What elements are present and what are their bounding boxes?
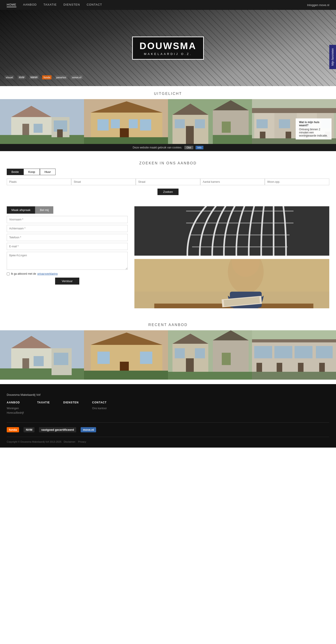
- svg-rect-14: [140, 119, 151, 130]
- footer-logos: funda NVM vastgoed gecertificeerd move.n…: [7, 422, 329, 432]
- recent-image-4[interactable]: [252, 330, 336, 380]
- footer-link-horeca[interactable]: Horeca/Bedrijf: [7, 411, 24, 414]
- footer-col-diensten: DIENSTEN: [63, 401, 79, 416]
- submit-button[interactable]: Verstuur: [55, 278, 79, 284]
- search-title: ZOEKEN IN ONS AANBOD: [7, 156, 329, 168]
- partner-pararius: pararius: [55, 75, 67, 80]
- privacy-checkbox[interactable]: [7, 272, 10, 275]
- search-tab-koop[interactable]: Koop: [23, 168, 40, 175]
- search-straat-1[interactable]: [71, 178, 136, 185]
- footer-copyright: Copyright © Douwsma Makelaardij Vof 2013…: [7, 440, 61, 443]
- svg-rect-90: [295, 346, 313, 358]
- search-plaats[interactable]: [7, 178, 71, 185]
- search-tab-huur[interactable]: Huur: [40, 168, 55, 175]
- search-button[interactable]: Zoeken: [157, 188, 178, 195]
- svg-rect-79: [175, 348, 185, 358]
- contact-form-side: Maak afspraak Bel mij Ik ga akkoord met …: [7, 206, 128, 284]
- svg-rect-96: [252, 372, 336, 380]
- svg-rect-17: [84, 137, 168, 144]
- recent-photo-1: [0, 330, 84, 380]
- logo-main: DOUWSMA: [140, 40, 196, 51]
- svg-rect-72: [97, 352, 110, 364]
- svg-rect-21: [186, 126, 194, 144]
- footer-col-taxatie: TAXATIE: [37, 401, 50, 416]
- tab-bel-mij[interactable]: Bel mij: [35, 206, 53, 214]
- footer-col-title-aanbod: AANBOD: [7, 401, 24, 404]
- cookie-info-button[interactable]: Info: [196, 146, 203, 149]
- hero-section: DOUWSMA MAKELAARDIJ O.Z. visual NVM NWWI…: [0, 10, 336, 86]
- cookie-ok-button[interactable]: Oké: [184, 146, 193, 149]
- footer-logo-funda: funda: [7, 427, 19, 432]
- property-image-1[interactable]: [0, 99, 84, 144]
- partner-logos: visual NVM NWWI funda pararius move.nl: [4, 75, 83, 80]
- svg-rect-1: [11, 117, 51, 137]
- privacy-link[interactable]: privacyverklaring: [37, 272, 57, 275]
- recent-photo-2: [84, 330, 168, 380]
- partner-nwwi: NWWI: [29, 75, 39, 80]
- svg-rect-23: [195, 119, 205, 128]
- svg-rect-80: [195, 348, 205, 358]
- recent-image-2[interactable]: [84, 330, 168, 380]
- footer-link-woningen[interactable]: Woningen: [7, 407, 24, 410]
- property-photo-1: [0, 99, 84, 144]
- building-image: [134, 206, 329, 256]
- nav-login[interactable]: Inloggen move.nl: [307, 3, 329, 7]
- field-voornaam[interactable]: [7, 216, 128, 223]
- search-row: [7, 178, 329, 185]
- search-straat-2[interactable]: [136, 178, 200, 185]
- search-tab-beide[interactable]: Beide: [7, 168, 23, 175]
- property-image-3[interactable]: [168, 99, 252, 144]
- nav-contact[interactable]: CONTACT: [87, 3, 102, 7]
- svg-rect-22: [175, 119, 185, 128]
- recent-image-1[interactable]: [0, 330, 84, 380]
- field-telefoon[interactable]: [7, 234, 128, 241]
- contact-images: [134, 206, 329, 308]
- field-opmerkingen[interactable]: [7, 252, 128, 270]
- svg-rect-87: [252, 339, 336, 342]
- nav-aanbod[interactable]: AANBOD: [23, 3, 37, 7]
- footer-company: Douwsma Makelaardij Vof: [7, 393, 329, 396]
- favorites-tab[interactable]: Mijn favorieten: [329, 45, 336, 69]
- svg-rect-36: [279, 119, 290, 128]
- svg-rect-67: [54, 353, 68, 365]
- nav-diensten[interactable]: DIENSTEN: [63, 3, 80, 7]
- tab-maak-afspraak[interactable]: Maak afspraak: [7, 206, 35, 214]
- svg-rect-27: [213, 135, 252, 144]
- svg-rect-26: [222, 122, 231, 133]
- top-navigation: HOME AANBOD TAXATIE DIENSTEN CONTACT Inl…: [0, 0, 336, 10]
- recent-image-3[interactable]: [168, 330, 252, 380]
- cookie-text: Deze website maakt gebruik van cookies.: [133, 146, 182, 149]
- svg-rect-16: [129, 119, 138, 128]
- recent-photo-4: [252, 330, 336, 380]
- agent-image: [134, 259, 329, 308]
- svg-rect-89: [274, 346, 292, 358]
- field-achternaam[interactable]: [7, 225, 128, 232]
- property-image-4[interactable]: Wat is mijn huis waard? Ontvang binnen 2…: [252, 99, 336, 144]
- footer-logo-nvm: NVM: [23, 427, 34, 432]
- footer-col-contact: CONTACT Ons kantoor: [92, 401, 107, 416]
- field-email[interactable]: [7, 243, 128, 250]
- footer-bottom: Copyright © Douwsma Makelaardij Vof 2013…: [7, 437, 329, 443]
- privacy-text: Ik ga akkoord met de: [11, 272, 36, 275]
- svg-rect-73: [140, 352, 152, 364]
- footer-col-title-contact: CONTACT: [92, 401, 107, 404]
- search-opp[interactable]: [265, 178, 329, 185]
- recent-title: RECENT AANBOD: [0, 317, 336, 330]
- svg-rect-84: [168, 372, 252, 380]
- footer-logo-movenl: move.nl: [81, 427, 96, 432]
- recent-grid: [0, 330, 336, 380]
- footer-privacy-link[interactable]: Privacy: [78, 440, 86, 443]
- search-section: ZOEKEN IN ONS AANBOD Beide Koop Huur Zoe…: [0, 151, 336, 202]
- footer-links: AANBOD Woningen Horeca/Bedrijf TAXATIE D…: [7, 401, 329, 416]
- nav-taxatie[interactable]: TAXATIE: [43, 3, 57, 7]
- svg-rect-4: [33, 124, 42, 133]
- nav-home[interactable]: HOME: [7, 3, 16, 7]
- svg-rect-88: [254, 346, 272, 358]
- svg-rect-8: [57, 130, 63, 137]
- footer-disclaimer-separator: Disclaimer:: [64, 440, 76, 443]
- footer-top: Douwsma Makelaardij Vof AANBOD Woningen …: [7, 393, 329, 416]
- footer-link-ons-kantoor[interactable]: Ons kantoor: [92, 407, 107, 410]
- footer-col-aanbod: AANBOD Woningen Horeca/Bedrijf: [7, 401, 24, 416]
- search-kamers[interactable]: [200, 178, 265, 185]
- property-image-2[interactable]: [84, 99, 168, 144]
